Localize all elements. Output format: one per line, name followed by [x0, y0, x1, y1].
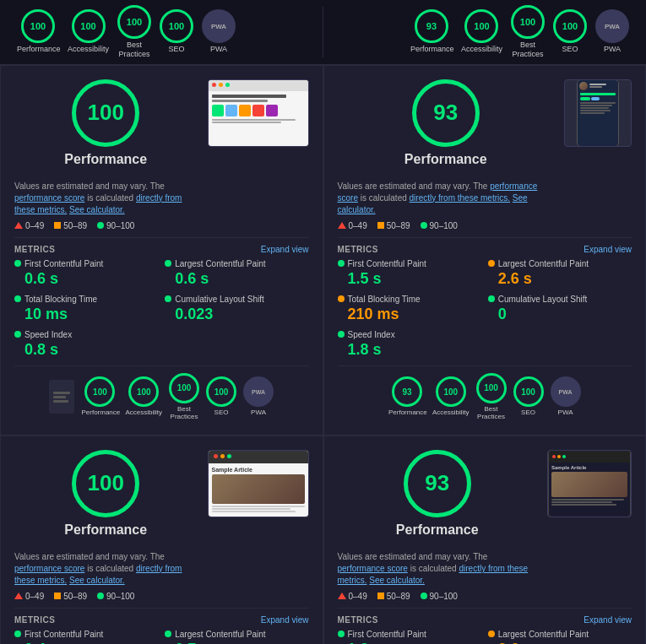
panel1-bs-seo: 100 SEO	[206, 376, 236, 417]
panel2-metrics-label: METRICS	[338, 245, 379, 254]
panel2-fcp-name: First Contentful Paint	[338, 259, 481, 268]
panel4-legend-green: 90–100	[421, 592, 458, 601]
panel1-si-name: Speed Index	[14, 330, 158, 339]
panel1-desc: Values are estimated and may vary. The p…	[14, 181, 198, 216]
panel-1: 100 Performance Values are estimated and…	[0, 65, 323, 436]
tb-right-acc-circle: 100	[464, 9, 498, 43]
tb-left-bestpractices: 100 BestPractices	[117, 5, 151, 59]
panel1-si: Speed Index 0.8 s	[14, 330, 158, 359]
tb-left-perf-circle: 100	[21, 9, 55, 43]
panel4-fcp: First Contentful Paint 1.3 s	[338, 630, 481, 644]
panel1-perf-link[interactable]: performance score	[14, 193, 84, 203]
panel1-see-calc[interactable]: See calculator.	[69, 205, 125, 214]
panel2-fcp-value: 1.5 s	[338, 270, 481, 288]
panel2-calc-link[interactable]: directly from these metrics.	[410, 193, 510, 203]
tb-right-bestpractices: 100 BestPractices	[511, 5, 545, 59]
panel2-legend-orange: 50–89	[377, 221, 410, 230]
legend-orange: 50–89	[54, 221, 87, 230]
panel1-fcp-value: 0.6 s	[14, 270, 158, 288]
panel4-title: Performance	[396, 522, 479, 538]
panel3-desc: Values are estimated and may vary. The p…	[14, 551, 198, 587]
panel2-bs-bp-circle: 100	[476, 373, 507, 403]
panel2-bs-pwa: PWA PWA	[551, 376, 581, 417]
panel1-bs-pwa-badge: PWA	[243, 376, 274, 407]
panel1-bottom-scores: 100 Performance 100 Accessibility 100 Be…	[14, 365, 309, 421]
panel2-bs-seo-circle: 100	[513, 376, 544, 407]
panel2-legend-green: 90–100	[421, 221, 458, 230]
main-grid-row1: 100 Performance Values are estimated and…	[0, 65, 646, 436]
main-grid-row2: 100 Performance Values are estimated and…	[0, 436, 646, 644]
panel4-expand[interactable]: Expand view	[584, 615, 632, 625]
panel1-bs-perf-label: Performance	[81, 409, 118, 417]
panel1-bs-perf-circle: 100	[84, 376, 115, 407]
panel1-header: 100 Performance	[14, 79, 198, 172]
panel2-si: Speed Index 1.8 s	[338, 330, 481, 359]
panel3-fcp-dot	[14, 630, 21, 637]
tb-right-bp-label: BestPractices	[512, 41, 543, 59]
panel2-expand[interactable]: Expand view	[584, 245, 632, 254]
panel2-bs-perf-circle: 93	[392, 376, 422, 407]
tb-right-seo: 100 SEO	[553, 9, 587, 54]
panel3-fcp-value: 0.4 s	[14, 641, 158, 644]
panel1-tbt-name: Total Blocking Time	[14, 295, 158, 304]
tb-left-seo: 100 SEO	[160, 9, 193, 54]
panel1-metrics-label: METRICS	[14, 245, 56, 254]
panel2-cls-dot	[488, 295, 495, 302]
panel1-bs-seo-circle: 100	[206, 376, 236, 407]
panel4-see-calc[interactable]: See calculator.	[369, 576, 425, 585]
panel1-fcp-name: First Contentful Paint	[14, 259, 158, 268]
panel3-perf-link[interactable]: performance score	[14, 564, 84, 573]
panel3-lcp: Largest Contentful Paint 0.7 s	[165, 630, 308, 644]
panel2-bs-pwa-label: PWA	[558, 409, 573, 417]
panel1-bs-pwa: PWA PWA	[243, 376, 274, 417]
panel1-bs-bp-circle: 100	[169, 373, 199, 403]
panel1-bs-acc: 100 Accessibility	[125, 376, 162, 417]
panel2-bs-acc: 100 Accessibility	[432, 376, 470, 417]
panel2-cls: Cumulative Layout Shift 0	[488, 295, 632, 323]
panel2-score-circle: 93	[412, 79, 480, 147]
panel1-fcp-dot	[14, 260, 21, 267]
panel2-lcp-value: 2.6 s	[488, 270, 632, 288]
panel3-expand[interactable]: Expand view	[261, 615, 309, 625]
legend-green: 90–100	[97, 221, 134, 230]
panel2-fcp-dot	[338, 260, 345, 267]
panel3-fcp-name: First Contentful Paint	[14, 630, 158, 639]
panel1-tbt-value: 10 ms	[14, 306, 158, 323]
panel2-desc: Values are estimated and may vary. The p…	[338, 181, 555, 216]
panel1-tbt-dot	[14, 295, 21, 302]
tb-left-accessibility: 100 Accessibility	[68, 9, 109, 54]
panel1-expand[interactable]: Expand view	[261, 245, 309, 254]
tb-left-bp-circle: 100	[117, 5, 151, 39]
tb-left-pwa-badge: PWA	[202, 9, 236, 43]
panel1-title: Performance	[64, 152, 147, 167]
panel1-lcp-value: 0.6 s	[165, 270, 308, 288]
tb-right-accessibility: 100 Accessibility	[461, 9, 502, 54]
panel4-perf-link[interactable]: performance score	[338, 564, 408, 573]
panel2-tbt-name: Total Blocking Time	[338, 295, 481, 304]
panel1-bs-pwa-label: PWA	[251, 409, 266, 417]
panel2-tbt-dot	[338, 295, 345, 302]
panel2-si-dot	[338, 331, 345, 338]
panel2-title: Performance	[404, 152, 487, 167]
panel3-score-circle: 100	[72, 450, 139, 517]
tb-left-bp-label: BestPractices	[119, 41, 150, 59]
top-bar-right: 93 Performance 100 Accessibility 100 Bes…	[410, 5, 629, 59]
panel3-legend-orange: 50–89	[54, 592, 87, 601]
panel4-legend-red: 0–49	[338, 592, 367, 601]
top-bar: 100 Performance 100 Accessibility 100 Be…	[0, 0, 646, 65]
panel2-bs-acc-circle: 100	[436, 376, 466, 407]
panel2-bs-perf-label: Performance	[388, 409, 426, 417]
panel1-cls-value: 0.023	[165, 306, 308, 323]
panel1-bs-seo-label: SEO	[214, 409, 229, 417]
panel1-metrics-header: METRICS Expand view	[14, 237, 309, 254]
panel2-bs-bp-label: BestPractices	[477, 405, 505, 421]
panel-2: 93 Performance Values are estimated and …	[323, 65, 647, 436]
panel2-thumbnail	[564, 79, 632, 147]
panel4-lcp-dot	[488, 630, 495, 637]
panel1-bs-acc-circle: 100	[128, 376, 159, 407]
panel3-see-calc[interactable]: See calculator.	[69, 576, 125, 585]
panel2-fcp: First Contentful Paint 1.5 s	[338, 259, 481, 288]
topbar-divider	[323, 7, 323, 57]
panel2-bs-seo: 100 SEO	[513, 376, 544, 417]
panel2-legend: 0–49 50–89 90–100	[338, 221, 555, 230]
